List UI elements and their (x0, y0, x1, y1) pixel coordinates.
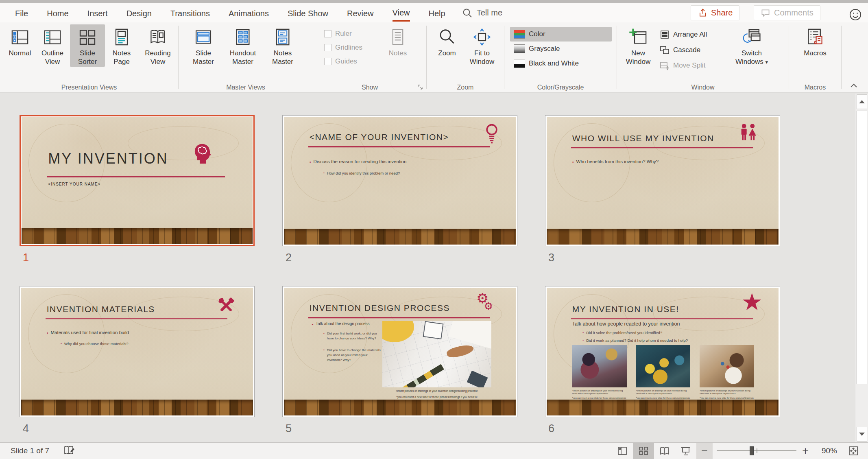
scrollbar-thumb[interactable] (857, 111, 867, 384)
zoom-button[interactable]: Zoom (431, 24, 463, 58)
slide-thumbnail-6[interactable]: MY INVENTION IN USE! ★ Talk about how pe… (545, 286, 780, 417)
calculator-shape (467, 370, 488, 387)
show-dialog-launcher-icon[interactable] (417, 84, 423, 90)
fit-slide-to-window-button[interactable] (844, 443, 862, 459)
checkbox-icon (324, 30, 331, 37)
new-window-button[interactable]: New Window (620, 24, 656, 67)
tab-help[interactable]: Help (419, 3, 455, 22)
tab-design[interactable]: Design (117, 3, 161, 22)
comments-button[interactable]: Comments (754, 5, 820, 20)
group-presentation-views: Normal Outline View Slide Sorter Notes P… (0, 22, 178, 92)
zoom-slider[interactable] (717, 450, 796, 451)
normal-view-button[interactable]: Normal (5, 24, 35, 58)
window-top-edge (0, 0, 868, 3)
slide-thumbnail-4[interactable]: INVENTION MATERIALS • Materials used for… (20, 286, 255, 417)
slide-title: MY INVENTION IN USE! (572, 304, 679, 314)
gridlines-checkbox[interactable]: Gridlines (321, 41, 382, 55)
tab-home[interactable]: Home (37, 3, 78, 22)
tab-slide-show[interactable]: Slide Show (278, 3, 338, 22)
bullet-dot: • (323, 348, 325, 363)
tab-animations[interactable]: Animations (219, 3, 278, 22)
notes-page-button[interactable]: Notes Page (105, 24, 138, 67)
zoom-in-button[interactable]: + (796, 445, 814, 457)
macros-button[interactable]: Macros (798, 24, 832, 58)
notes-button[interactable]: Notes (382, 24, 414, 58)
bullet-dot: • (582, 330, 584, 335)
bullet-dot: • (582, 338, 584, 343)
bullet-item: • Who benefits from this invention? Why? (572, 159, 735, 165)
share-button[interactable]: Share (691, 5, 739, 20)
color-chip-icon (514, 30, 525, 39)
group-master-views: Slide Master Handout Master Notes Master… (179, 22, 313, 92)
slide-thumbnail-2[interactable]: <NAME OF YOUR INVENTION> • Discuss the r… (282, 115, 517, 246)
title-rule (571, 318, 753, 319)
arrange-all-button[interactable]: Arrange All (656, 27, 729, 42)
scroll-down-button[interactable] (857, 427, 867, 442)
slide-thumbnail-3[interactable]: WHO WILL USE MY INVENTION • Who benefits… (545, 115, 780, 246)
bullet-dot: • (312, 321, 313, 327)
bullet-item: • Discuss the reason for creating this i… (310, 159, 472, 165)
slide-number-6: 6 (548, 422, 554, 435)
tools-icon (216, 295, 236, 316)
status-reading-view-button[interactable] (654, 443, 675, 459)
lightbulb-icon (483, 123, 500, 145)
slide-title: INVENTION MATERIALS (47, 304, 155, 314)
grayscale-chip-icon (514, 44, 525, 53)
tab-view[interactable]: View (383, 3, 419, 22)
photo-caption: <Insert pictures or drawings of your inv… (381, 389, 493, 392)
slide-master-button[interactable]: Slide Master (185, 24, 222, 67)
ribbon-view-tab: Normal Outline View Slide Sorter Notes P… (0, 22, 868, 93)
tab-transitions[interactable]: Transitions (161, 3, 219, 22)
proofing-icon[interactable] (63, 445, 75, 457)
move-split-icon (660, 61, 670, 70)
scroll-up-button[interactable] (857, 94, 867, 109)
tell-me-search[interactable]: Tell me (455, 3, 510, 22)
tab-file[interactable]: File (6, 3, 37, 22)
switch-windows-button[interactable]: Switch Windows ▾ (729, 24, 774, 67)
outline-view-button[interactable]: Outline View (35, 24, 70, 67)
color-option[interactable]: Color (510, 27, 612, 42)
collapse-ribbon-icon[interactable] (849, 83, 858, 88)
magnifier-icon (438, 27, 456, 47)
zoom-slider-thumb[interactable] (750, 446, 754, 455)
title-rule (46, 318, 227, 319)
tab-insert[interactable]: Insert (78, 3, 117, 22)
handout-master-icon (233, 27, 252, 47)
slide-2-preview: <NAME OF YOUR INVENTION> • Discuss the r… (284, 117, 516, 245)
zoom-slider-tick (757, 448, 757, 453)
ruler-checkbox[interactable]: Ruler (321, 27, 382, 41)
wood-floor (547, 400, 779, 415)
vertical-scrollbar[interactable] (855, 94, 868, 442)
cascade-button[interactable]: Cascade (656, 42, 729, 58)
status-normal-view-button[interactable] (612, 443, 633, 459)
notes-master-button[interactable]: Notes Master (264, 24, 301, 67)
wood-floor (21, 400, 253, 415)
slide-title: INVENTION DESIGN PROCESS (310, 303, 450, 313)
grayscale-option[interactable]: Grayscale (510, 42, 612, 56)
reading-view-button[interactable]: Reading View (138, 24, 177, 67)
black-and-white-option[interactable]: Black and White (510, 56, 612, 71)
dropdown-arrow-icon: ▾ (765, 59, 768, 65)
slide-thumbnail-1[interactable]: MY INVENTION <INSERT YOUR NAME> (20, 115, 255, 246)
zoom-out-button[interactable]: − (696, 443, 713, 459)
slide-number-2: 2 (286, 251, 292, 264)
group-macros: Macros Macros (789, 22, 841, 92)
slide-thumbnail-5[interactable]: INVENTION DESIGN PROCESS ⚙⚙ • Talk about… (282, 286, 517, 417)
move-split-button[interactable]: Move Split (656, 58, 729, 73)
status-slide-sorter-button[interactable] (633, 443, 654, 459)
status-slide-show-button[interactable] (675, 443, 696, 459)
fit-to-window-button[interactable]: Fit to Window (463, 24, 501, 67)
slide-6-preview: MY INVENTION IN USE! ★ Talk about how pe… (547, 288, 779, 415)
guides-checkbox[interactable]: Guides (321, 55, 382, 68)
slide-sorter-button[interactable]: Slide Sorter (70, 24, 105, 67)
cascade-icon (660, 45, 670, 55)
feedback-smiley-icon[interactable] (848, 7, 863, 22)
zoom-level[interactable]: 90% (814, 446, 837, 455)
sub-bullet-item: • Did it work as planned? Did it help wh… (582, 338, 745, 343)
notes-master-icon (273, 27, 292, 47)
handout-master-button[interactable]: Handout Master (222, 24, 264, 67)
level-tool-shape (401, 364, 444, 387)
sub-bullet-item: • Did you have to change the materials y… (323, 348, 382, 363)
tab-review[interactable]: Review (338, 3, 383, 22)
invention-photo-2 (636, 345, 690, 387)
